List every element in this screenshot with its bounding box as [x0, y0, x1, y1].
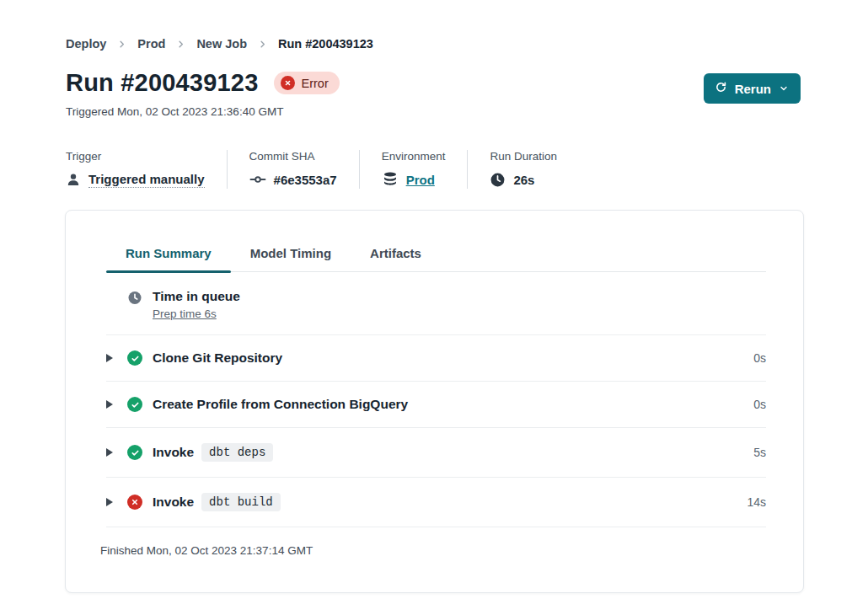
rerun-button-label: Rerun [735, 82, 771, 96]
check-circle-icon [127, 350, 142, 366]
step-title: Create Profile from Connection BigQuery [153, 397, 408, 412]
step-row-dbt-build[interactable]: Invoke dbt build 14s [106, 478, 766, 527]
chevron-right-icon [176, 40, 185, 49]
tab-artifacts[interactable]: Artifacts [351, 246, 441, 271]
check-circle-icon [127, 445, 142, 460]
user-icon [66, 172, 81, 187]
check-circle-icon [127, 397, 142, 412]
tab-run-summary[interactable]: Run Summary [106, 246, 231, 271]
status-badge-label: Error [302, 77, 329, 90]
x-circle-icon [281, 76, 295, 90]
x-circle-icon [127, 495, 142, 510]
step-row-dbt-deps[interactable]: Invoke dbt deps 5s [106, 428, 766, 478]
chevron-down-icon [779, 82, 789, 96]
meta-trigger: Trigger Triggered manually [66, 150, 227, 189]
rerun-button[interactable]: Rerun [704, 73, 801, 104]
breadcrumb-new-job[interactable]: New Job [196, 37, 247, 51]
caret-expand-icon[interactable] [106, 400, 113, 409]
meta-commit-label: Commit SHA [249, 150, 337, 163]
run-meta-row: Trigger Triggered manually Commit SHA #6… [66, 150, 868, 189]
step-duration: 14s [747, 495, 766, 509]
prep-time-link[interactable]: Prep time 6s [153, 308, 240, 320]
queue-title: Time in queue [153, 289, 240, 304]
tab-model-timing[interactable]: Model Timing [231, 246, 351, 271]
git-commit-icon [249, 171, 266, 188]
meta-environment-label: Environment [382, 150, 446, 163]
meta-trigger-label: Trigger [66, 150, 205, 163]
caret-expand-icon[interactable] [106, 448, 113, 457]
step-duration: 0s [753, 398, 766, 411]
run-summary-card: Run Summary Model Timing Artifacts Time … [65, 210, 804, 593]
breadcrumb-prod[interactable]: Prod [137, 37, 165, 51]
step-row-create-profile[interactable]: Create Profile from Connection BigQuery … [106, 382, 766, 428]
meta-commit: Commit SHA #6e3553a7 [227, 150, 359, 189]
clock-icon [490, 172, 506, 188]
step-row-clone-git[interactable]: Clone Git Repository 0s [106, 335, 766, 382]
meta-commit-value: #6e3553a7 [274, 173, 337, 187]
step-duration: 5s [753, 446, 766, 459]
meta-environment: Environment Prod [359, 150, 468, 189]
tab-bar: Run Summary Model Timing Artifacts [106, 246, 766, 272]
command-chip: dbt build [201, 493, 281, 511]
chevron-right-icon [258, 40, 267, 49]
step-duration: 0s [753, 351, 766, 365]
breadcrumb: Deploy Prod New Job Run #200439123 [66, 37, 868, 51]
command-chip: dbt deps [201, 443, 273, 462]
step-title: Invoke [153, 495, 194, 510]
chevron-right-icon [117, 40, 126, 49]
step-title: Clone Git Repository [153, 350, 282, 366]
meta-trigger-value[interactable]: Triggered manually [88, 172, 205, 188]
caret-expand-icon[interactable] [106, 498, 113, 506]
status-badge: Error [274, 72, 340, 94]
triggered-timestamp: Triggered Mon, 02 Oct 2023 21:36:40 GMT [66, 105, 868, 118]
clock-icon [127, 290, 142, 305]
page-title: Run #200439123 [66, 69, 259, 97]
finished-timestamp: Finished Mon, 02 Oct 2023 21:37:14 GMT [100, 544, 766, 557]
header: Run #200439123 Error Rerun [66, 69, 801, 97]
meta-duration-label: Run Duration [490, 150, 557, 163]
caret-expand-icon[interactable] [106, 354, 113, 362]
queue-row: Time in queue Prep time 6s [106, 272, 766, 335]
meta-duration-value: 26s [513, 173, 534, 187]
refresh-icon [715, 81, 727, 96]
database-icon [382, 171, 399, 188]
breadcrumb-deploy[interactable]: Deploy [66, 37, 106, 51]
meta-duration: Run Duration 26s [467, 150, 579, 189]
step-title: Invoke [153, 445, 194, 460]
meta-environment-value-link[interactable]: Prod [406, 173, 435, 187]
breadcrumb-current-run: Run #200439123 [278, 37, 373, 51]
